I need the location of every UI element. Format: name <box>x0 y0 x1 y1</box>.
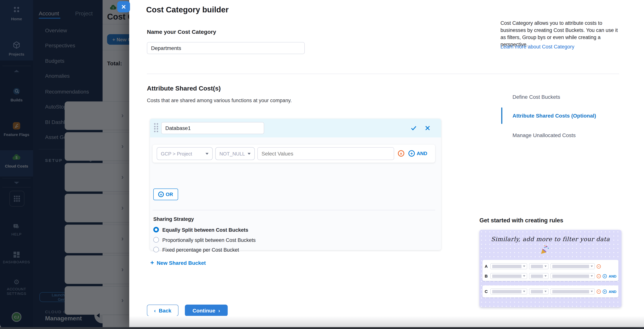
drawer-bottom-fade <box>129 316 644 327</box>
illustration-caption: Similarly, add more to filter your data <box>480 236 622 243</box>
shared-costs-heading: Attribute Shared Cost(s) <box>147 85 221 92</box>
sharing-strategy-label: Sharing Strategy <box>153 216 194 222</box>
continue-button[interactable]: Continue › <box>185 305 228 316</box>
plus-circle-icon: + <box>603 289 607 294</box>
bucket-card-header <box>150 119 441 137</box>
active-step-indicator <box>501 107 502 124</box>
plus-circle-icon: + <box>603 274 607 278</box>
values-input[interactable] <box>257 147 394 160</box>
shared-bucket-card: GCP > Project NOT_NULL × + AND + OR Shar… <box>150 119 441 250</box>
name-section-label: Name your Cost Category <box>147 28 216 35</box>
step-define-cost-buckets[interactable]: Define Cost Buckets <box>512 94 560 100</box>
party-popper-icon <box>540 245 549 255</box>
and-label[interactable]: AND <box>417 151 427 156</box>
minus-circle-icon: − <box>597 264 601 268</box>
new-shared-bucket-button[interactable]: + New Shared Bucket <box>150 259 206 267</box>
rules-illustration: Similarly, add more to filter your data … <box>480 230 622 307</box>
learn-more-link[interactable]: Learn more about Cost Category <box>500 44 574 49</box>
add-and-icon[interactable]: + <box>408 150 415 157</box>
step-manage-unallocated-costs[interactable]: Manage Unallocated Costs <box>512 132 576 138</box>
remove-filter-icon[interactable]: × <box>398 150 404 157</box>
drag-handle-icon[interactable] <box>154 123 158 132</box>
filter-rule-row: GCP > Project NOT_NULL × + AND <box>152 145 435 163</box>
illustration-row-a: A − <box>485 263 617 270</box>
operator-select[interactable]: NOT_NULL <box>215 147 255 160</box>
close-icon: × <box>121 2 126 11</box>
cost-category-builder-drawer: × Cost Category builder Name your Cost C… <box>129 0 644 327</box>
chevron-left-icon: ‹ <box>154 308 156 314</box>
window-bottom-strip <box>0 327 644 329</box>
illustration-row-b: B − + AND <box>485 272 617 280</box>
back-button[interactable]: ‹ Back <box>147 305 178 316</box>
drawer-title: Cost Category builder <box>146 5 229 14</box>
cancel-x-icon[interactable] <box>424 125 430 131</box>
chevron-down-icon <box>206 153 208 155</box>
confirm-check-icon[interactable] <box>410 125 417 131</box>
field-select[interactable]: GCP > Project <box>157 147 213 160</box>
chevron-down-icon <box>248 153 250 155</box>
step-attribute-shared-costs[interactable]: Attribute Shared Costs (Optional) <box>512 113 596 119</box>
shared-costs-subheading: Costs that are shared among various func… <box>147 98 292 103</box>
section-divider <box>147 74 619 74</box>
bucket-name-input[interactable] <box>161 122 264 134</box>
minus-circle-icon: − <box>597 274 601 278</box>
rules-illustration-heading: Get started with creating rules <box>480 217 563 224</box>
chevron-right-icon: › <box>218 308 220 314</box>
radio-equally-split[interactable] <box>153 227 159 233</box>
radio-fixed-percentage[interactable] <box>153 247 159 252</box>
cost-category-name-input[interactable] <box>147 42 305 54</box>
illustration-panel-c: C − + AND <box>482 286 618 298</box>
illustration-panel-ab: A − B − + AND <box>482 260 618 281</box>
add-or-button[interactable]: + OR <box>153 189 178 200</box>
minus-circle-icon: − <box>597 289 601 294</box>
radio-proportionally-split[interactable] <box>153 237 159 243</box>
close-drawer-button[interactable]: × <box>117 1 130 12</box>
illustration-row-c: C − + AND <box>485 288 617 295</box>
app: Home Projects Builds Feature Flags <box>0 0 644 329</box>
card-divider <box>152 210 435 210</box>
plus-circle-icon: + <box>158 192 164 197</box>
plus-icon: + <box>150 259 154 267</box>
